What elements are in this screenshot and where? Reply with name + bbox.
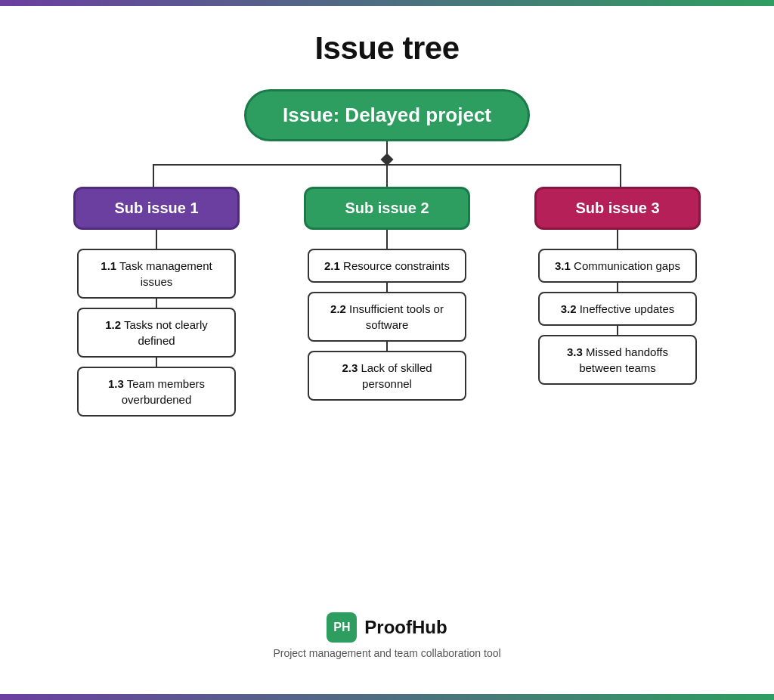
brand-name: ProofHub: [364, 617, 447, 638]
leaf-conn-4: [386, 342, 388, 351]
leaf-2-3: 2.3 Lack of skilled personnel: [308, 351, 466, 401]
leaf-3-2: 3.2 Ineffective updates: [538, 292, 697, 326]
bottom-border: [0, 694, 774, 700]
leaf-1-2: 1.2 Tasks not clearly defined: [77, 308, 236, 358]
drop-line-3: [620, 166, 621, 187]
leaf-conn-2: [156, 358, 157, 367]
leaf-conn-1: [156, 299, 157, 308]
sub-issue-1-label: Sub issue 1: [114, 200, 198, 216]
root-label: Issue: Delayed project: [283, 104, 491, 126]
leaf-3-2-text: Ineffective updates: [577, 302, 675, 315]
main-container: Issue tree Issue: Delayed project Sub: [0, 0, 774, 700]
branch-3: Sub issue 3 3.1 Communication gaps 3.2 I…: [523, 187, 712, 385]
sub-issue-1-node: Sub issue 1: [73, 187, 240, 230]
sub-issue-2-label: Sub issue 2: [345, 200, 429, 216]
leaf-1-2-num: 1.2: [105, 318, 121, 331]
sub-issue-2-node: Sub issue 2: [304, 187, 470, 230]
branch-1: Sub issue 1 1.1 Task management issues 1…: [62, 187, 251, 417]
brand-area: PH ProofHub: [327, 612, 447, 643]
leaf-conn-3: [386, 283, 388, 292]
leaf-2-1: 2.1 Resource constraints: [308, 249, 466, 283]
leaf-1-1: 1.1 Task management issues: [77, 249, 236, 299]
footer-tagline: Project management and team collaboratio…: [273, 647, 500, 659]
leaf-2-1-num: 2.1: [324, 259, 340, 272]
leaf-2-2: 2.2 Insufficient tools or software: [308, 292, 466, 342]
drop-lines: [153, 166, 621, 187]
footer: PH ProofHub Project management and team …: [273, 612, 500, 677]
leaf-1-3-text: Team members overburdened: [122, 377, 205, 406]
branch-2: Sub issue 2 2.1 Resource constraints 2.2…: [293, 187, 481, 401]
leaf-1-1-num: 1.1: [101, 259, 116, 272]
leaf-3-3-num: 3.3: [567, 345, 583, 358]
tree-wrapper: Issue: Delayed project Sub issue 1: [30, 89, 744, 417]
ph-logo: PH: [327, 612, 357, 643]
leaf-3-3: 3.3 Missed handoffs between teams: [538, 335, 697, 385]
leaf-3-3-text: Missed handoffs between teams: [579, 345, 668, 374]
leaf-3-1-text: Communication gaps: [571, 259, 680, 272]
leaf-1-1-text: Task management issues: [116, 259, 212, 288]
leaf-1-3: 1.3 Team members overburdened: [77, 367, 236, 417]
leaf-nodes-3: 3.1 Communication gaps 3.2 Ineffective u…: [534, 249, 701, 385]
leaf-nodes-1: 1.1 Task management issues 1.2 Tasks not…: [73, 249, 240, 417]
branches-row: Sub issue 1 1.1 Task management issues 1…: [62, 187, 712, 417]
leaf-2-2-num: 2.2: [330, 302, 346, 315]
top-border: [0, 0, 774, 6]
sub-issue-3-label: Sub issue 3: [575, 200, 659, 216]
branch-2-line: [386, 230, 388, 249]
drop-line-1: [153, 166, 154, 187]
leaf-3-2-num: 3.2: [561, 302, 577, 315]
leaf-conn-6: [617, 326, 618, 335]
page-title: Issue tree: [314, 30, 459, 67]
leaf-2-3-text: Lack of skilled personnel: [358, 361, 432, 390]
branch-1-line: [156, 230, 157, 249]
sub-issue-3-node: Sub issue 3: [534, 187, 701, 230]
leaf-1-3-num: 1.3: [108, 377, 124, 390]
leaf-conn-5: [617, 283, 618, 292]
leaf-3-1-num: 3.1: [555, 259, 571, 272]
leaf-2-3-num: 2.3: [342, 361, 358, 374]
leaf-3-1: 3.1 Communication gaps: [538, 249, 697, 283]
leaf-2-1-text: Resource constraints: [340, 259, 450, 272]
leaf-nodes-2: 2.1 Resource constraints 2.2 Insufficien…: [304, 249, 470, 401]
branch-3-line: [617, 230, 618, 249]
drop-line-2: [386, 166, 388, 187]
leaf-1-2-text: Tasks not clearly defined: [121, 318, 208, 347]
leaf-2-2-text: Insufficient tools or software: [346, 302, 444, 331]
root-node: Issue: Delayed project: [244, 89, 530, 141]
